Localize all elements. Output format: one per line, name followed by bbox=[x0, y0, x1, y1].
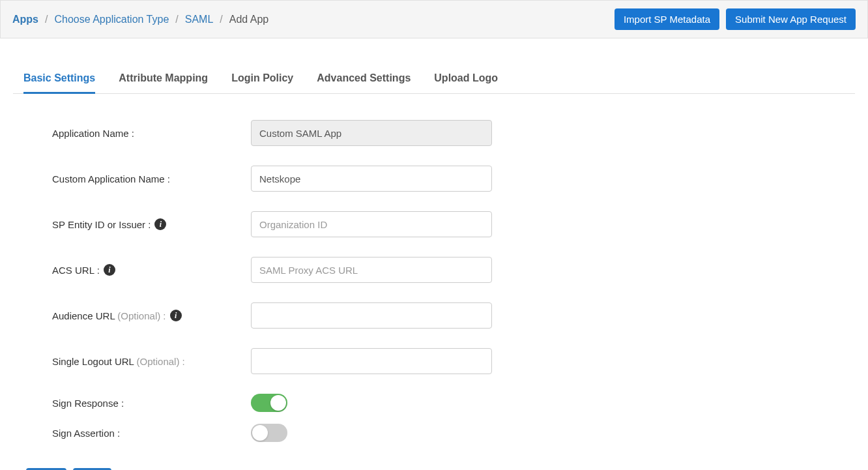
tab-login-policy[interactable]: Login Policy bbox=[231, 65, 293, 94]
sign-response-toggle[interactable] bbox=[251, 394, 287, 412]
acs-url-input[interactable] bbox=[251, 257, 492, 283]
info-icon[interactable]: i bbox=[170, 310, 182, 321]
form-section: Application Name : Custom Application Na… bbox=[13, 94, 855, 442]
tab-upload-logo[interactable]: Upload Logo bbox=[434, 65, 498, 94]
content: Basic Settings Attribute Mapping Login P… bbox=[0, 65, 868, 470]
info-icon[interactable]: i bbox=[154, 218, 166, 230]
tab-attribute-mapping[interactable]: Attribute Mapping bbox=[119, 65, 208, 94]
breadcrumb-separator: / bbox=[175, 14, 178, 25]
tab-basic-settings[interactable]: Basic Settings bbox=[23, 65, 95, 94]
form-row-acs-url: ACS URL : i bbox=[52, 257, 855, 283]
sp-entity-input[interactable] bbox=[251, 211, 492, 237]
custom-app-name-input[interactable] bbox=[251, 166, 492, 192]
form-row-sp-entity: SP Entity ID or Issuer : i bbox=[52, 211, 855, 237]
import-sp-metadata-button[interactable]: Import SP Metadata bbox=[615, 8, 719, 30]
tab-advanced-settings[interactable]: Advanced Settings bbox=[317, 65, 411, 94]
breadcrumb-choose-type[interactable]: Choose Application Type bbox=[54, 14, 169, 25]
acs-url-label: ACS URL : i bbox=[52, 264, 251, 276]
header-actions: Import SP Metadata Submit New App Reques… bbox=[615, 8, 856, 30]
sign-response-label: Sign Response : bbox=[52, 398, 251, 409]
breadcrumb: Apps / Choose Application Type / SAML / … bbox=[12, 14, 268, 25]
form-row-app-name: Application Name : bbox=[52, 120, 855, 146]
toggle-knob bbox=[252, 425, 268, 441]
info-icon[interactable]: i bbox=[104, 264, 115, 276]
slo-url-label: Single Logout URL (Optional) : bbox=[52, 356, 251, 367]
sign-assertion-label: Sign Assertion : bbox=[52, 428, 251, 439]
audience-url-input[interactable] bbox=[251, 302, 492, 329]
slo-url-input[interactable] bbox=[251, 348, 492, 374]
submit-new-app-request-button[interactable]: Submit New App Request bbox=[726, 8, 856, 30]
form-row-sign-response: Sign Response : bbox=[52, 394, 855, 412]
form-row-sign-assertion: Sign Assertion : bbox=[52, 424, 855, 442]
custom-app-name-label: Custom Application Name : bbox=[52, 173, 251, 184]
tabs: Basic Settings Attribute Mapping Login P… bbox=[13, 65, 855, 94]
breadcrumb-separator: / bbox=[45, 14, 48, 25]
sign-assertion-toggle[interactable] bbox=[251, 424, 287, 442]
form-row-audience-url: Audience URL (Optional) : i bbox=[52, 302, 855, 329]
form-row-custom-app-name: Custom Application Name : bbox=[52, 166, 855, 192]
breadcrumb-separator: / bbox=[220, 14, 222, 25]
header-bar: Apps / Choose Application Type / SAML / … bbox=[0, 0, 868, 38]
breadcrumb-saml[interactable]: SAML bbox=[185, 14, 214, 25]
toggle-knob bbox=[270, 395, 286, 411]
app-name-label: Application Name : bbox=[52, 128, 251, 139]
breadcrumb-current: Add App bbox=[229, 14, 269, 25]
audience-url-label: Audience URL (Optional) : i bbox=[52, 310, 251, 321]
breadcrumb-apps[interactable]: Apps bbox=[12, 14, 38, 25]
form-row-slo-url: Single Logout URL (Optional) : bbox=[52, 348, 855, 374]
app-name-input bbox=[251, 120, 492, 146]
sp-entity-label: SP Entity ID or Issuer : i bbox=[52, 218, 251, 230]
